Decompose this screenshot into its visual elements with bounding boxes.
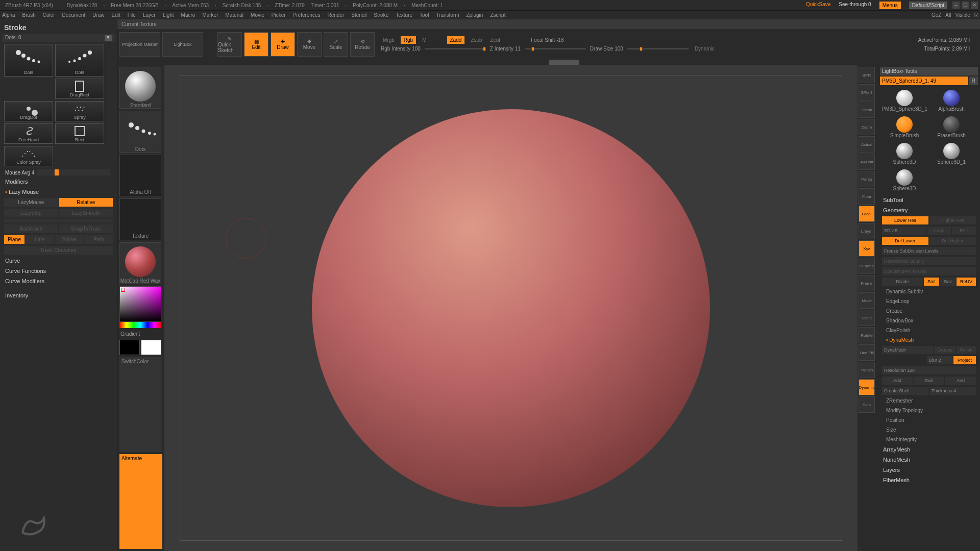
menu-texture[interactable]: Texture [396, 12, 412, 18]
persp-button[interactable]: Persp [859, 171, 875, 187]
zremesher-header[interactable]: ZRemesher [880, 396, 978, 405]
lower-res-button[interactable]: Lower Res [882, 216, 928, 224]
xyz-button[interactable]: Xyz [859, 240, 875, 257]
maximize-icon[interactable]: ☐ [962, 2, 969, 9]
freeze-subdiv-button[interactable]: Freeze SubDivision Levels [882, 247, 976, 255]
material-thumb[interactable]: MatCap Red Wax [119, 242, 161, 284]
subtool-header[interactable]: SubTool [880, 195, 978, 205]
menu-preferences[interactable]: Preferences [293, 12, 321, 18]
arraymesh-header[interactable]: ArrayMesh [880, 445, 978, 454]
sub-button[interactable]: Sub [914, 377, 944, 385]
mrgb-button[interactable]: Mrgb [381, 36, 397, 44]
lazystep-slider[interactable]: LazyStep [4, 209, 58, 217]
add-button[interactable]: Add [882, 377, 913, 385]
dynamesh-button[interactable]: DynaMesh [882, 346, 933, 354]
rgb-button[interactable]: Rgb [401, 36, 416, 44]
tool-sphere3d[interactable]: Sphere3D [882, 141, 927, 166]
gradient-label[interactable]: Gradient [119, 330, 162, 338]
focal-shift-label[interactable]: Focal Shift -18 [531, 37, 564, 43]
pframe-button[interactable]: PFrame [859, 258, 875, 274]
alternate-button[interactable]: Alternate [119, 454, 162, 549]
fibermesh-header[interactable]: FiberMesh [880, 475, 978, 485]
stroke-dots-large[interactable]: Dots [4, 44, 53, 77]
reuv-button[interactable]: ReUV [957, 278, 976, 286]
scale-button[interactable]: ⤢Scale [324, 32, 348, 57]
shadowbox-header[interactable]: ShadowBox [880, 316, 978, 325]
aahalf-button[interactable]: AAHalf [859, 154, 875, 170]
minimize-icon[interactable]: – [952, 2, 960, 9]
divide-button[interactable]: Divide [882, 278, 923, 286]
curve-header[interactable]: Curve [2, 256, 115, 266]
size-header[interactable]: Size [880, 425, 978, 434]
local-button[interactable]: Local [859, 206, 875, 222]
solo-button[interactable]: Solo [859, 396, 875, 413]
spline-button[interactable]: Spline [55, 235, 84, 244]
dynamic-subdiv-header[interactable]: Dynamic Subdiv [880, 287, 978, 296]
stroke-spray[interactable]: ∴∵ Spray [55, 101, 104, 121]
r-toggle[interactable]: R [105, 35, 112, 41]
z-intensity-slider[interactable]: Z Intensity 11 [490, 46, 521, 52]
zadd-button[interactable]: Zadd [447, 36, 465, 44]
menu-alpha[interactable]: Alpha [2, 12, 15, 18]
nanomesh-header[interactable]: NanoMesh [880, 455, 978, 464]
sculpted-mesh[interactable] [312, 109, 710, 507]
edit-button[interactable]: ▦Edit [244, 32, 268, 57]
resolution-slider[interactable]: Resolution 128 [882, 366, 976, 374]
projection-master-button[interactable]: Projection Master [119, 32, 160, 57]
stroke-rect[interactable]: Rect [55, 123, 104, 144]
menu-render[interactable]: Render [328, 12, 345, 18]
stroke-colorspray[interactable]: ⋰⋱ Color Spray [4, 146, 53, 166]
relative-button[interactable]: Relative [59, 198, 113, 207]
create-shell-button[interactable]: Create Shell [882, 387, 928, 395]
menu-color[interactable]: Color [43, 12, 55, 18]
thickness-slider[interactable]: Thickness 4 [929, 387, 976, 395]
rgb-intensity-slider[interactable]: Rgb Intensity 100 [381, 46, 421, 52]
cage-button[interactable]: Cage [927, 227, 951, 235]
menu-zplugin[interactable]: Zplugin [467, 12, 483, 18]
menu-light[interactable]: Light [163, 12, 174, 18]
line-button[interactable]: Line [26, 235, 54, 244]
zoom-button[interactable]: Zoom [859, 119, 875, 135]
tool-simplebrush[interactable]: SimpleBrush [882, 115, 927, 139]
primary-color-swatch[interactable] [141, 340, 161, 355]
menu-macro[interactable]: Macro [181, 12, 195, 18]
draw-button[interactable]: ✚Draw [271, 32, 295, 57]
dynamic-nav-button[interactable]: Dynamic [859, 379, 875, 395]
transp-button[interactable]: Transp [859, 362, 875, 378]
menu-stencil[interactable]: Stencil [351, 12, 366, 18]
blur-slider[interactable]: Blur 2 [927, 356, 952, 364]
menu-tool[interactable]: Tool [420, 12, 429, 18]
stroke-thumb[interactable]: Dots [119, 111, 161, 153]
project-button[interactable]: Project [953, 356, 976, 364]
tool-sphere3d-1[interactable]: Sphere3D_1 [929, 141, 974, 166]
higher-res-button[interactable]: Higher Res [929, 216, 976, 224]
switchcolor-button[interactable]: SwitchColor [119, 357, 162, 452]
rstr-button[interactable]: Rstr [952, 227, 976, 235]
move-nav-button[interactable]: Move [859, 292, 875, 309]
draw-size-slider[interactable]: Draw Size 100 [590, 46, 623, 52]
m-button[interactable]: M [420, 36, 428, 44]
move-button[interactable]: ✥Move [297, 32, 322, 57]
lazymouse-header[interactable]: Lazy Mouse [2, 187, 115, 197]
close-icon[interactable]: ✕ [971, 2, 978, 9]
viewport[interactable] [164, 65, 857, 551]
mouse-avg-slider[interactable]: Mouse Avg 4 [2, 168, 115, 177]
menu-movie[interactable]: Movie [251, 12, 264, 18]
color-picker[interactable] [119, 286, 162, 328]
geometry-header[interactable]: Geometry [880, 206, 978, 215]
menus-button[interactable]: Menus [879, 2, 901, 9]
goz-button[interactable]: GoZ [932, 12, 941, 18]
defaultzscript-button[interactable]: DefaultZScript [909, 2, 947, 9]
del-higher-button[interactable]: Del Higher [929, 237, 976, 245]
modify-topology-header[interactable]: Modify Topology [880, 406, 978, 415]
scale-nav-button[interactable]: Scale [859, 310, 875, 326]
quicksave-button[interactable]: QuickSave [806, 2, 830, 9]
lsym-button[interactable]: L.Sym [859, 223, 875, 239]
polish-button[interactable]: Polish [957, 346, 976, 354]
sdiv-slider[interactable]: SDiv 5 [882, 227, 926, 235]
stroke-dragdot[interactable]: DragDot [4, 101, 53, 121]
position-header[interactable]: Position [880, 416, 978, 424]
layers-header[interactable]: Layers [880, 465, 978, 474]
tool-sphere3d-2[interactable]: Sphere3D [882, 168, 927, 192]
menu-layer[interactable]: Layer [143, 12, 156, 18]
